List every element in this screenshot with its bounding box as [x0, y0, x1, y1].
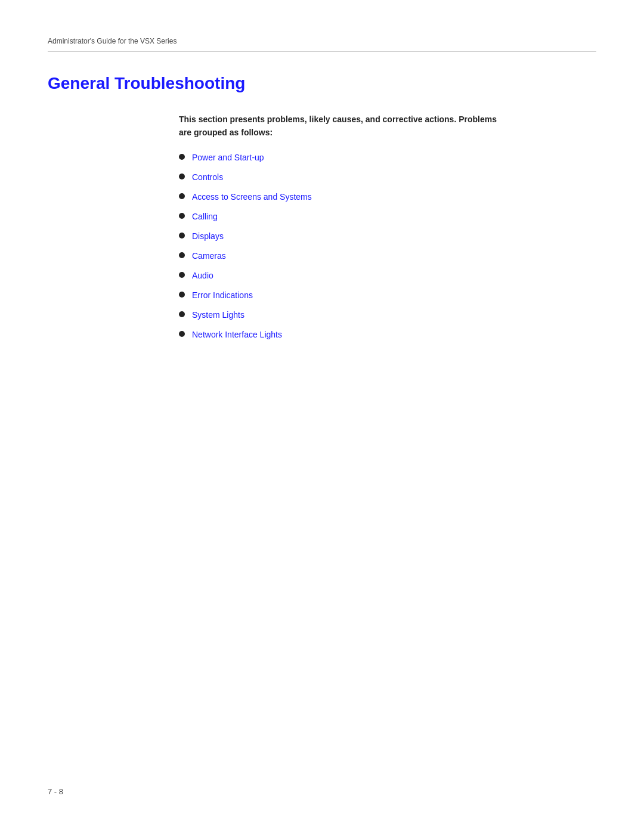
bullet-dot-icon: [179, 252, 185, 258]
topic-link-cameras[interactable]: Cameras: [192, 250, 226, 262]
intro-paragraph: This section presents problems, likely c…: [179, 113, 596, 140]
topic-link-error-indications[interactable]: Error Indications: [192, 289, 253, 302]
list-item: Cameras: [179, 250, 596, 262]
bullet-dot-icon: [179, 233, 185, 239]
bullet-dot-icon: [179, 272, 185, 278]
topic-link-displays[interactable]: Displays: [192, 230, 224, 243]
topic-link-access-screens[interactable]: Access to Screens and Systems: [192, 191, 312, 203]
bullet-dot-icon: [179, 311, 185, 317]
header-area: Administrator's Guide for the VSX Series: [48, 36, 596, 52]
page-container: Administrator's Guide for the VSX Series…: [0, 0, 644, 833]
header-divider: [48, 51, 596, 52]
list-item: System Lights: [179, 309, 596, 321]
list-item: Controls: [179, 171, 596, 184]
bullet-dot-icon: [179, 193, 185, 199]
topic-link-power-startup[interactable]: Power and Start-up: [192, 151, 264, 164]
list-item: Calling: [179, 210, 596, 223]
list-item: Error Indications: [179, 289, 596, 302]
list-item: Power and Start-up: [179, 151, 596, 164]
topic-link-controls[interactable]: Controls: [192, 171, 223, 184]
list-item: Displays: [179, 230, 596, 243]
topic-link-network-interface-lights[interactable]: Network Interface Lights: [192, 329, 282, 341]
bullet-dot-icon: [179, 174, 185, 179]
bullet-dot-icon: [179, 213, 185, 219]
content-area: This section presents problems, likely c…: [179, 113, 596, 341]
breadcrumb: Administrator's Guide for the VSX Series: [48, 36, 596, 47]
topic-list: Power and Start-upControlsAccess to Scre…: [179, 151, 596, 341]
list-item: Access to Screens and Systems: [179, 191, 596, 203]
topic-link-system-lights[interactable]: System Lights: [192, 309, 244, 321]
list-item: Audio: [179, 270, 596, 282]
page-title: General Troubleshooting: [48, 71, 596, 96]
bullet-dot-icon: [179, 154, 185, 160]
bullet-dot-icon: [179, 331, 185, 337]
topic-link-audio[interactable]: Audio: [192, 270, 213, 282]
topic-link-calling[interactable]: Calling: [192, 210, 218, 223]
list-item: Network Interface Lights: [179, 329, 596, 341]
bullet-dot-icon: [179, 292, 185, 298]
footer-page-number: 7 - 8: [48, 786, 63, 798]
